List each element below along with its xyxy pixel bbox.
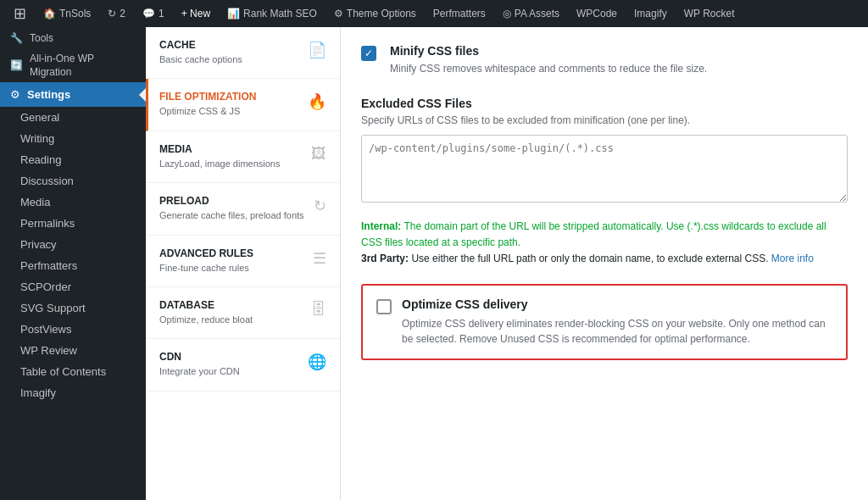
rankmath-label: Rank Math SEO [243,8,317,19]
adv-rules-subtitle: Fine-tune cache rules [159,262,253,275]
cdn-text: CDN Integrate your CDN [159,351,240,378]
admin-bar-new[interactable]: + New [175,0,217,27]
database-title: DATABASE [159,299,253,311]
file-opt-text: FILE OPTIMIZATION Optimize CSS & JS [159,91,256,118]
preload-subtitle: Generate cache files, preload fonts [159,209,304,222]
media-panel-subtitle: LazyLoad, image dimensions [159,158,280,170]
middle-item-cdn[interactable]: CDN Integrate your CDN 🌐 [146,339,340,391]
sidebar-item-table-of-contents[interactable]: Table of Contents [0,361,146,382]
internal-text: The domain part of the URL will be strip… [361,220,826,248]
media-text: MEDIA LazyLoad, image dimensions [159,143,280,170]
wprocket-label: WP Rocket [684,8,735,19]
admin-bar-perfmatters[interactable]: Perfmatters [426,0,492,27]
minify-css-checkbox[interactable]: ✓ [361,46,376,61]
privacy-label: Privacy [20,238,57,251]
sidebar-allinone-label: All-in-One WPMigration [30,53,94,79]
sidebar-item-wp-review[interactable]: WP Review [0,340,146,361]
updates-count: 2 [120,8,125,19]
home-icon: 🏠 [43,8,56,19]
middle-panel: CACHE Basic cache options 📄 FILE OPTIMIZ… [146,27,341,500]
middle-item-advanced-rules[interactable]: ADVANCED RULES Fine-tune cache rules ☰ [146,236,340,287]
optimize-css-checkbox-col [376,297,392,317]
sidebar-item-discussion[interactable]: Discussion [0,170,146,192]
admin-bar-updates[interactable]: ↻ 2 [101,0,132,27]
new-label: + New [181,8,210,19]
sidebar-item-tools[interactable]: 🔧 Tools [0,27,146,49]
optimize-css-text: Optimize CSS delivery Optimize CSS deliv… [402,297,832,347]
sidebar-item-permalinks[interactable]: Permalinks [0,213,146,234]
discussion-label: Discussion [20,175,74,187]
admin-bar-wpcode[interactable]: WPCode [570,0,624,27]
admin-bar-comments[interactable]: 💬 1 [136,0,171,27]
allinone-icon: 🔄 [10,59,23,73]
more-info-link[interactable]: More info [771,253,814,264]
optimize-css-box: Optimize CSS delivery Optimize CSS deliv… [361,284,848,360]
optimize-css-checkbox[interactable] [376,299,392,314]
admin-bar-wprocket[interactable]: WP Rocket [677,0,742,27]
sidebar: 🔧 Tools 🔄 All-in-One WPMigration ⚙ Setti… [0,27,146,500]
table-of-contents-label: Table of Contents [20,365,106,378]
main-content: ✓ Minify CSS files Minify CSS removes wh… [341,27,868,500]
optimize-css-description: Optimize CSS delivery eliminates render-… [402,316,832,347]
middle-item-cache[interactable]: CACHE Basic cache options 📄 [146,27,340,79]
database-icon: 🗄 [311,301,326,319]
cache-icon: 📄 [308,41,326,59]
perfmatters-label: Perfmatters [433,8,486,19]
middle-item-database[interactable]: DATABASE Optimize, reduce bloat 🗄 [146,287,340,339]
third-party-text: Use either the full URL path or only the… [411,253,771,264]
pa-assets-icon: ◎ [503,8,511,19]
svg-support-label: SVG Support [20,302,86,314]
file-opt-subtitle: Optimize CSS & JS [159,105,256,118]
excluded-css-textarea[interactable] [361,135,848,203]
sidebar-item-perfmatters[interactable]: Perfmatters [0,255,146,276]
optimize-css-title: Optimize CSS delivery [402,297,832,311]
preload-icon: ↻ [314,197,326,215]
sidebar-item-scporder[interactable]: SCPOrder [0,276,146,297]
excluded-css-subtitle: Specify URLs of CSS files to be excluded… [361,114,848,128]
wp-logo[interactable]: ⊞ [7,0,33,27]
sidebar-item-reading[interactable]: Reading [0,149,146,170]
media-panel-icon: 🖼 [311,145,326,163]
pa-assets-label: PA Assets [515,8,559,19]
cache-subtitle: Basic cache options [159,53,242,66]
imagify-sub-label: Imagify [20,386,56,399]
tools-icon: 🔧 [10,32,23,44]
preload-title: PRELOAD [159,195,304,207]
sidebar-item-writing[interactable]: Writing [0,128,146,149]
sidebar-item-postviews[interactable]: PostViews [0,319,146,340]
media-label: Media [20,196,50,208]
perfmatters-sub-label: Perfmatters [20,259,77,272]
sidebar-item-privacy[interactable]: Privacy [0,234,146,255]
admin-bar-pa-assets[interactable]: ◎ PA Assets [496,0,566,27]
sidebar-item-settings[interactable]: ⚙ Settings [0,82,146,107]
adv-rules-title: ADVANCED RULES [159,247,253,259]
sidebar-item-media[interactable]: Media [0,192,146,213]
cdn-title: CDN [159,351,240,363]
minify-css-text-col: Minify CSS files Minify CSS removes whit… [390,44,848,76]
file-opt-icon: 🔥 [308,92,326,111]
postviews-label: PostViews [20,323,71,336]
theme-icon: ⚙ [334,8,343,19]
excluded-css-title: Excluded CSS Files [361,97,848,110]
admin-bar: ⊞ 🏠 TnSols ↻ 2 💬 1 + New 📊 Rank Math SEO… [0,0,868,27]
sidebar-item-imagify-sub[interactable]: Imagify [0,382,146,403]
sidebar-item-svg-support[interactable]: SVG Support [0,297,146,319]
media-panel-title: MEDIA [159,143,280,155]
sidebar-item-allinone[interactable]: 🔄 All-in-One WPMigration [0,49,146,82]
cdn-icon: 🌐 [308,353,326,371]
admin-bar-imagify[interactable]: Imagify [627,0,674,27]
middle-item-preload[interactable]: PRELOAD Generate cache files, preload fo… [146,183,340,235]
middle-item-media[interactable]: MEDIA LazyLoad, image dimensions 🖼 [146,131,340,183]
settings-icon: ⚙ [10,88,20,101]
cdn-subtitle: Integrate your CDN [159,365,240,378]
excluded-css-section: Excluded CSS Files Specify URLs of CSS f… [361,97,848,205]
middle-item-file-optimization[interactable]: FILE OPTIMIZATION Optimize CSS & JS 🔥 [146,79,340,131]
admin-bar-rankmath[interactable]: 📊 Rank Math SEO [220,0,324,27]
admin-bar-theme[interactable]: ⚙ Theme Options [327,0,423,27]
minify-css-title: Minify CSS files [390,44,848,58]
minify-css-description: Minify CSS removes whitespace and commen… [390,61,848,76]
comments-count: 1 [159,8,164,19]
sidebar-item-general[interactable]: General [0,107,146,128]
admin-bar-site[interactable]: 🏠 TnSols [36,0,97,27]
database-subtitle: Optimize, reduce bloat [159,314,253,326]
